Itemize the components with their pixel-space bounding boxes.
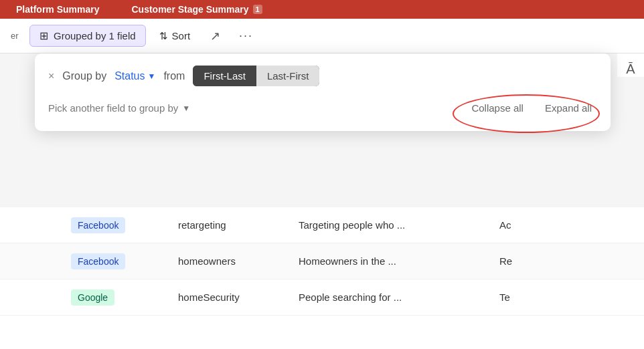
sort-first-last[interactable]: First-Last: [193, 66, 256, 86]
cell-col3-2: Homeowners in the ...: [288, 255, 489, 267]
export-button[interactable]: ↗: [204, 25, 227, 47]
close-group-button[interactable]: ×: [48, 70, 54, 82]
sort-first-last-label: First-Last: [204, 70, 246, 82]
cell-col2-1: retargeting: [167, 219, 288, 231]
cell-col2-3: homeSecurity: [167, 292, 288, 303]
bottom-row: Pick another field to group by ▼ Collaps…: [48, 100, 597, 116]
sort-options: First-Last Last-First: [193, 66, 319, 86]
sort-last-first-label: Last-First: [267, 70, 309, 82]
pick-chevron-icon: ▼: [182, 104, 190, 113]
status-dropdown[interactable]: Status ▼: [114, 70, 155, 82]
grouped-label: Grouped by 1 field: [54, 30, 136, 41]
expand-all-button[interactable]: Expand all: [540, 100, 597, 116]
group-by-row: × Group by Status ▼ from First-Last Last…: [48, 66, 597, 86]
pick-field-dropdown[interactable]: Pick another field to group by ▼: [48, 102, 190, 114]
table-icon: ⊞: [39, 29, 48, 42]
from-label: from: [163, 70, 185, 82]
table-row: Google homeSecurity People searching for…: [0, 279, 644, 316]
cell-col4-2: Re: [489, 255, 542, 267]
table-row: Facebook retargeting Targeting people wh…: [0, 207, 644, 243]
collapse-expand-area: Collapse all Expand all: [466, 100, 597, 116]
cell-tag-3: Google: [60, 289, 167, 306]
format-icon[interactable]: Ā: [626, 62, 635, 77]
table-row: Facebook homeowners Homeowners in the ..…: [0, 243, 644, 279]
cell-col4-1: Ac: [489, 219, 542, 231]
more-icon: ···: [239, 29, 253, 42]
sort-label: Sort: [172, 30, 191, 41]
sort-icon: ⇅: [159, 30, 168, 42]
table-area: Facebook retargeting Targeting people wh…: [0, 207, 644, 349]
right-sidebar: Ā: [617, 53, 644, 77]
toolbar-placeholder: er: [11, 31, 24, 41]
nav-tab-platform-label: Platform Summary: [16, 4, 99, 15]
sort-last-first[interactable]: Last-First: [256, 66, 320, 86]
facebook-tag-1: Facebook: [71, 217, 125, 233]
cell-col2-2: homeowners: [167, 255, 288, 267]
nav-tab-customer[interactable]: Customer Stage Summary 1: [115, 0, 278, 19]
group-by-label: Group by: [62, 70, 106, 82]
collapse-all-button[interactable]: Collapse all: [466, 100, 529, 116]
sort-button[interactable]: ⇅ Sort: [151, 26, 199, 46]
status-chevron-icon: ▼: [148, 72, 156, 81]
nav-tab-customer-label: Customer Stage Summary: [131, 4, 248, 15]
cell-tag-2: Facebook: [60, 253, 167, 269]
dropdown-panel: × Group by Status ▼ from First-Last Last…: [35, 53, 611, 131]
cell-col4-3: Te: [489, 292, 542, 303]
status-label: Status: [114, 70, 145, 82]
google-tag: Google: [71, 289, 114, 306]
cell-col3-3: People searching for ...: [288, 292, 489, 303]
top-nav: Platform Summary Customer Stage Summary …: [0, 0, 644, 19]
cell-tag-1: Facebook: [60, 217, 167, 233]
export-icon: ↗: [210, 29, 220, 43]
cell-col3-1: Targeting people who ...: [288, 219, 489, 231]
nav-tab-badge: 1: [253, 5, 262, 14]
more-button[interactable]: ···: [232, 25, 260, 47]
pick-field-label: Pick another field to group by: [48, 102, 178, 114]
grouped-by-button[interactable]: ⊞ Grouped by 1 field: [29, 25, 146, 47]
toolbar: er ⊞ Grouped by 1 field ⇅ Sort ↗ ···: [0, 19, 644, 53]
facebook-tag-2: Facebook: [71, 253, 125, 269]
nav-tab-platform[interactable]: Platform Summary: [0, 0, 115, 19]
